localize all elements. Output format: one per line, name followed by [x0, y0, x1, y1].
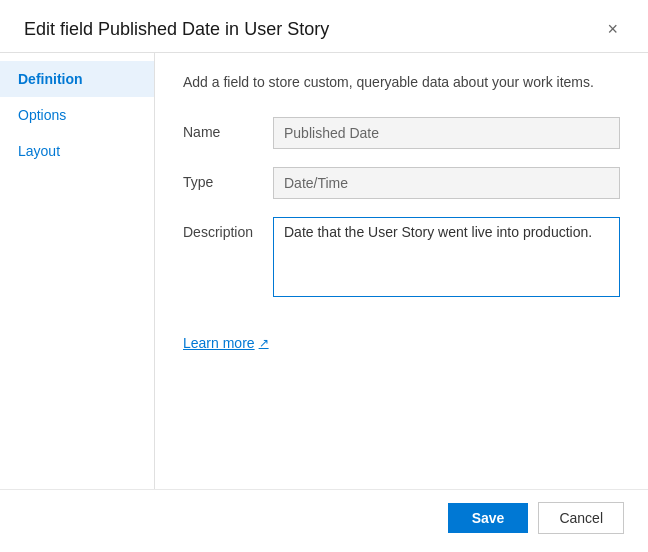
section-description: Add a field to store custom, queryable d…	[183, 73, 620, 93]
main-content: Add a field to store custom, queryable d…	[155, 53, 648, 489]
dialog-title: Edit field Published Date in User Story	[24, 19, 329, 40]
close-button[interactable]: ×	[601, 18, 624, 40]
sidebar-item-layout[interactable]: Layout	[0, 133, 154, 169]
dialog-header: Edit field Published Date in User Story …	[0, 0, 648, 53]
external-link-icon: ↗	[259, 336, 269, 350]
description-field-row: Description Date that the User Story wen…	[183, 217, 620, 297]
description-label: Description	[183, 217, 273, 240]
type-label: Type	[183, 167, 273, 190]
cancel-button[interactable]: Cancel	[538, 502, 624, 534]
name-input[interactable]	[273, 117, 620, 149]
sidebar-item-definition[interactable]: Definition	[0, 61, 154, 97]
sidebar-item-options[interactable]: Options	[0, 97, 154, 133]
type-field-row: Type	[183, 167, 620, 199]
edit-field-dialog: Edit field Published Date in User Story …	[0, 0, 648, 552]
dialog-footer: Save Cancel	[0, 489, 648, 552]
learn-more-row: Learn more ↗	[183, 335, 620, 351]
name-field-row: Name	[183, 117, 620, 149]
name-label: Name	[183, 117, 273, 140]
save-button[interactable]: Save	[448, 503, 529, 533]
sidebar: Definition Options Layout	[0, 53, 155, 489]
dialog-body: Definition Options Layout Add a field to…	[0, 53, 648, 489]
learn-more-link[interactable]: Learn more ↗	[183, 335, 269, 351]
description-textarea[interactable]: Date that the User Story went live into …	[273, 217, 620, 297]
type-input[interactable]	[273, 167, 620, 199]
